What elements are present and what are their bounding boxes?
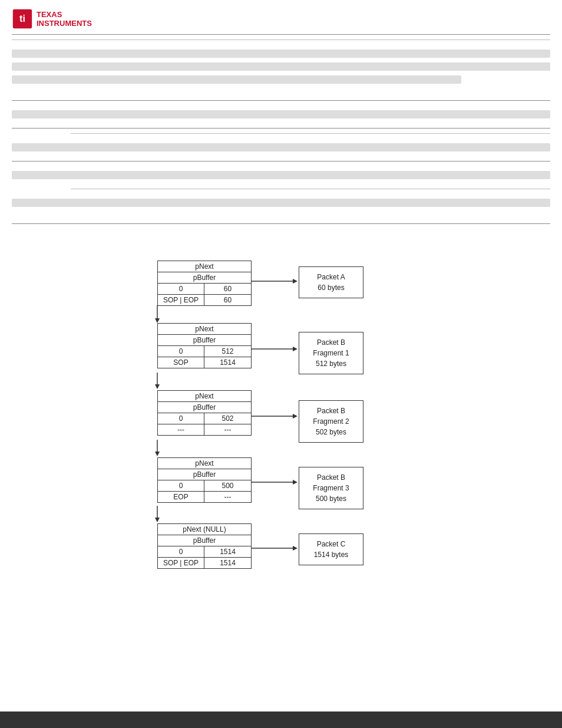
packet-b-frag1: Packet BFragment 1512 bytes	[299, 332, 363, 374]
packet-b-frag1-label: Packet BFragment 1512 bytes	[308, 337, 355, 369]
descriptor-4: pNext pBuffer 0 500 EOP ---	[157, 457, 252, 503]
header: ti Texas Instruments	[0, 0, 562, 34]
packet-b-frag3-label: Packet BFragment 3500 bytes	[308, 472, 355, 504]
descriptor-5: pNext (NULL) pBuffer 0 1514 SOP | EOP 15…	[157, 523, 252, 569]
desc5-offset: 0	[158, 546, 204, 557]
svg-text:ti: ti	[19, 13, 25, 24]
desc5-size: 1514	[204, 546, 251, 557]
svg-marker-5	[155, 318, 160, 323]
packet-a-label: Packet A60 bytes	[308, 272, 355, 293]
packet-a: Packet A60 bytes	[299, 266, 363, 298]
desc4-pbuffer: pBuffer	[158, 469, 251, 480]
desc2-pbuffer: pBuffer	[158, 335, 251, 345]
desc4-flags: EOP	[158, 492, 204, 502]
ti-logo-text: Texas Instruments	[37, 10, 92, 28]
desc5-total: 1514	[204, 558, 251, 568]
text-line-3	[12, 75, 461, 84]
svg-marker-19	[293, 546, 297, 551]
desc2-size: 512	[204, 346, 251, 357]
packet-b-frag2: Packet BFragment 2502 bytes	[299, 400, 363, 443]
svg-marker-9	[155, 384, 160, 389]
svg-marker-15	[293, 480, 297, 485]
desc1-offset: 0	[158, 284, 204, 294]
desc4-total: ---	[204, 492, 251, 502]
svg-marker-7	[293, 347, 297, 351]
desc5-flags: SOP | EOP	[158, 558, 204, 568]
packet-c: Packet C1514 bytes	[299, 533, 363, 565]
descriptor-2: pNext pBuffer 0 512 SOP 1514	[157, 323, 252, 368]
diagram-container: pNext pBuffer 0 60 SOP | EOP 60 Packet A…	[75, 253, 487, 595]
desc4-size: 500	[204, 480, 251, 491]
desc1-pbuffer: pBuffer	[158, 272, 251, 283]
desc1-flags: SOP | EOP	[158, 295, 204, 305]
text-line-4	[12, 110, 550, 118]
text-line-7	[12, 199, 550, 207]
text-line-5	[12, 143, 550, 151]
ti-logo: ti Texas Instruments	[12, 8, 92, 29]
desc3-pbuffer: pBuffer	[158, 402, 251, 413]
text-line-2	[12, 62, 550, 71]
desc4-pnext: pNext	[158, 458, 251, 469]
descriptor-1: pNext pBuffer 0 60 SOP | EOP 60	[157, 261, 252, 306]
desc1-pnext: pNext	[158, 261, 251, 272]
desc3-size: 502	[204, 413, 251, 424]
desc3-offset: 0	[158, 413, 204, 424]
svg-marker-3	[293, 279, 297, 284]
desc3-total: ---	[204, 424, 251, 435]
desc2-total: 1514	[204, 357, 251, 368]
descriptor-3: pNext pBuffer 0 502 --- ---	[157, 390, 252, 436]
desc1-size: 60	[204, 284, 251, 294]
packet-b-frag2-label: Packet BFragment 2502 bytes	[308, 406, 355, 437]
text-line-6	[12, 171, 550, 179]
packet-b-frag3: Packet BFragment 3500 bytes	[299, 467, 363, 509]
svg-marker-11	[293, 414, 297, 419]
svg-marker-13	[155, 452, 160, 456]
text-line-1	[12, 50, 550, 58]
desc2-offset: 0	[158, 346, 204, 357]
svg-marker-17	[155, 518, 160, 522]
packet-c-label: Packet C1514 bytes	[308, 539, 355, 560]
desc3-pnext: pNext	[158, 391, 251, 401]
footer-bar	[0, 711, 562, 728]
desc4-offset: 0	[158, 480, 204, 491]
desc2-pnext: pNext	[158, 324, 251, 334]
ti-logo-icon: ti	[12, 8, 33, 29]
diagram-svg	[75, 253, 487, 595]
desc2-flags: SOP	[158, 357, 204, 368]
diagram-area: pNext pBuffer 0 60 SOP | EOP 60 Packet A…	[75, 253, 487, 595]
desc1-total: 60	[204, 295, 251, 305]
desc5-pbuffer: pBuffer	[158, 535, 251, 546]
desc3-flags: ---	[158, 424, 204, 435]
desc5-pnext: pNext (NULL)	[158, 524, 251, 535]
